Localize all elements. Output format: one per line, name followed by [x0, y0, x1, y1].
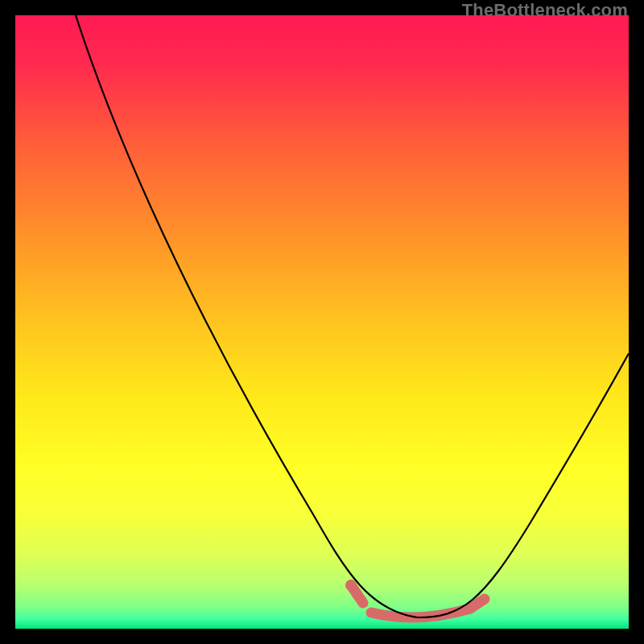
- gradient-background: [15, 15, 629, 629]
- bottleneck-chart: [15, 15, 629, 629]
- highlight-dot: [345, 580, 357, 591]
- plot-area: [15, 15, 629, 629]
- chart-frame: TheBottleneck.com: [0, 0, 644, 644]
- watermark-text: TheBottleneck.com: [462, 0, 628, 21]
